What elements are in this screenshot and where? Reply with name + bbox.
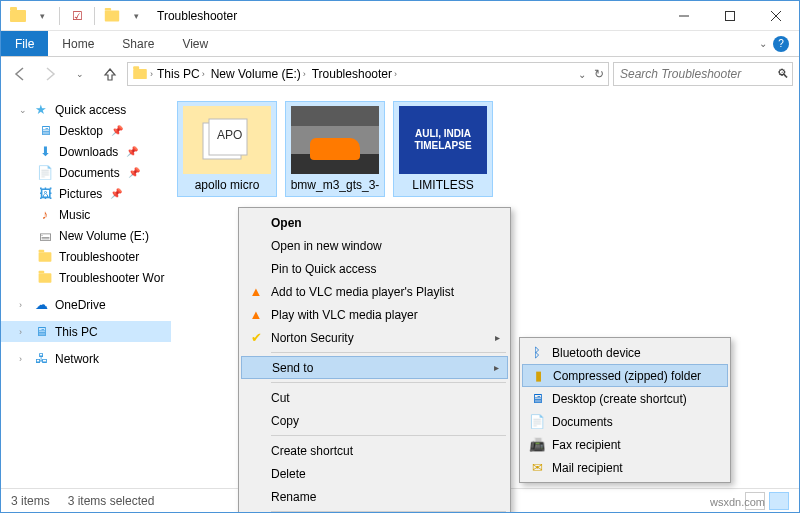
breadcrumb[interactable]: Troubleshooter › [310,67,399,81]
folder-icon [132,66,148,82]
file-label: LIMITLESS [398,178,488,192]
ctx-vlc-play[interactable]: ▲Play with VLC media player [241,303,508,326]
breadcrumb[interactable]: This PC › [155,67,207,81]
address-bar[interactable]: › This PC › New Volume (E:) › Troublesho… [127,62,609,86]
ctx-create-shortcut[interactable]: Create shortcut [241,439,508,462]
ctx-label: Send to [272,361,313,375]
sendto-compressed-folder[interactable]: ▮Compressed (zipped) folder [522,364,728,387]
ctx-send-to[interactable]: Send to▸ [241,356,508,379]
svg-text:APO: APO [217,128,242,142]
documents-icon: 📄 [37,165,53,181]
status-selected-count: 3 items selected [68,494,155,508]
refresh-icon[interactable]: ↻ [594,67,604,81]
nav-new-volume[interactable]: 🖴New Volume (E:) [1,225,171,246]
nav-downloads[interactable]: ⬇Downloads📌 [1,141,171,162]
nav-this-pc[interactable]: ›🖥This PC [1,321,171,342]
expand-icon[interactable]: › [19,300,27,310]
ribbon-tab-share[interactable]: Share [108,31,168,56]
ctx-norton[interactable]: ✔Norton Security▸ [241,326,508,349]
zip-icon: ▮ [529,367,547,385]
ctx-cut[interactable]: Cut [241,386,508,409]
nav-pictures[interactable]: 🖼Pictures📌 [1,183,171,204]
ribbon-tab-view[interactable]: View [168,31,222,56]
nav-documents[interactable]: 📄Documents📌 [1,162,171,183]
separator [271,435,506,436]
svg-rect-1 [726,11,735,20]
ctx-vlc-playlist[interactable]: ▲Add to VLC media player's Playlist [241,280,508,303]
folder-thumbnail: APO [183,106,271,174]
nav-label: New Volume (E:) [59,229,149,243]
expand-icon[interactable]: ⌄ [19,105,27,115]
window-title: Troubleshooter [157,9,237,23]
separator [271,382,506,383]
watermark: wsxdn.com [710,496,765,508]
star-icon: ★ [33,102,49,118]
folder-icon [7,5,29,27]
nav-quick-access[interactable]: ⌄ ★ Quick access [1,99,171,120]
help-icon[interactable]: ? [773,36,789,52]
ctx-label: Create shortcut [271,444,353,458]
forward-button[interactable] [37,61,63,87]
file-item-image[interactable]: AULI, INDIA TIMELAPSE LIMITLESS [393,101,493,197]
properties-icon[interactable]: ☑ [66,5,88,27]
search-input[interactable] [620,67,771,81]
pictures-icon: 🖼 [37,186,53,202]
quick-access-toolbar: ▾ ☑ ▾ [1,5,147,27]
breadcrumb-label: Troubleshooter [312,67,392,81]
minimize-button[interactable] [661,1,707,31]
address-bar-row: ⌄ › This PC › New Volume (E:) › Troubles… [1,57,799,91]
ctx-label: Mail recipient [552,461,623,475]
ctx-label: Pin to Quick access [271,262,376,276]
address-dropdown-icon[interactable]: ⌄ [578,69,586,80]
close-button[interactable] [753,1,799,31]
window-controls [661,1,799,31]
folder-small-icon [101,5,123,27]
nav-label: Pictures [59,187,102,201]
thumbnails-view-icon[interactable] [769,492,789,510]
sendto-documents[interactable]: 📄Documents [522,410,728,433]
ctx-open[interactable]: Open [241,211,508,234]
ctx-pin-quick-access[interactable]: Pin to Quick access [241,257,508,280]
nav-troubleshooter[interactable]: Troubleshooter [1,246,171,267]
ribbon-expand-icon[interactable]: ⌄ [759,38,767,49]
sendto-mail[interactable]: ✉Mail recipient [522,456,728,479]
maximize-button[interactable] [707,1,753,31]
ribbon-file-tab[interactable]: File [1,31,48,56]
nav-label: Network [55,352,99,366]
ctx-rename[interactable]: Rename [241,485,508,508]
navigation-pane[interactable]: ⌄ ★ Quick access 🖥Desktop📌 ⬇Downloads📌 📄… [1,91,171,488]
search-box[interactable]: 🔍︎ [613,62,793,86]
ctx-delete[interactable]: Delete [241,462,508,485]
expand-icon[interactable]: › [19,327,27,337]
ctx-open-new-window[interactable]: Open in new window [241,234,508,257]
breadcrumb-label: This PC [157,67,200,81]
send-to-submenu: ᛒBluetooth device ▮Compressed (zipped) f… [519,337,731,483]
sendto-desktop[interactable]: 🖥Desktop (create shortcut) [522,387,728,410]
nav-music[interactable]: ♪Music [1,204,171,225]
nav-desktop[interactable]: 🖥Desktop📌 [1,120,171,141]
recent-dropdown[interactable]: ⌄ [67,61,93,87]
search-icon[interactable]: 🔍︎ [777,67,789,81]
breadcrumb[interactable]: New Volume (E:) › [209,67,308,81]
nav-onedrive[interactable]: ›☁OneDrive [1,294,171,315]
expand-icon[interactable]: › [19,354,27,364]
desktop-icon: 🖥 [37,123,53,139]
ctx-copy[interactable]: Copy [241,409,508,432]
cloud-icon: ☁ [33,297,49,313]
up-button[interactable] [97,61,123,87]
chevron-right-icon[interactable]: › [150,69,153,79]
qat-overflow-icon[interactable]: ▾ [125,5,147,27]
pin-icon: 📌 [110,188,122,199]
sendto-bluetooth[interactable]: ᛒBluetooth device [522,341,728,364]
nav-network[interactable]: ›🖧Network [1,348,171,369]
documents-icon: 📄 [528,413,546,431]
file-item-image[interactable]: bmw_m3_gts_3- [285,101,385,197]
file-item-folder[interactable]: APO apollo micro [177,101,277,197]
qat-dropdown-icon[interactable]: ▾ [31,5,53,27]
drive-icon: 🖴 [37,228,53,244]
ctx-label: Cut [271,391,290,405]
ribbon-tab-home[interactable]: Home [48,31,108,56]
back-button[interactable] [7,61,33,87]
nav-troubleshooter-wor[interactable]: Troubleshooter Wor [1,267,171,288]
sendto-fax[interactable]: 📠Fax recipient [522,433,728,456]
